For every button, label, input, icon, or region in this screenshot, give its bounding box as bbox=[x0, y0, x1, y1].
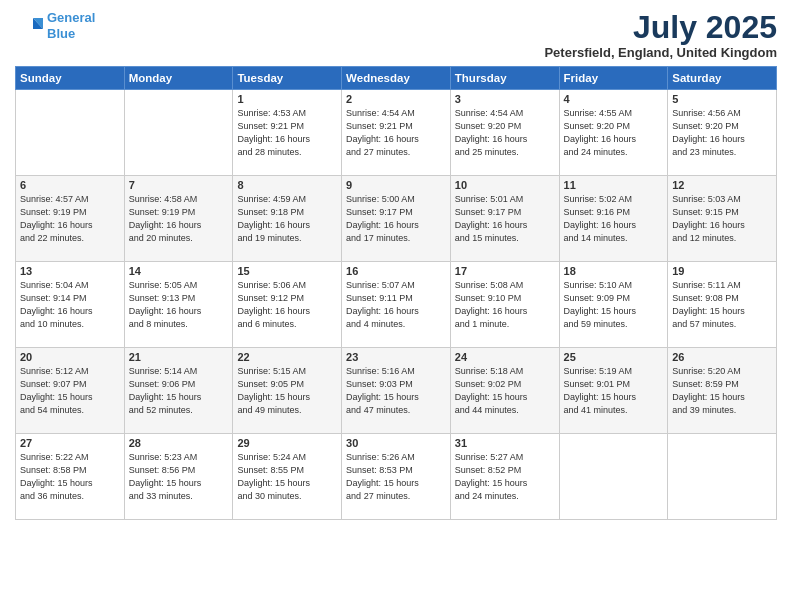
day-number: 13 bbox=[20, 265, 120, 277]
calendar-cell: 2Sunrise: 4:54 AM Sunset: 9:21 PM Daylig… bbox=[342, 90, 451, 176]
day-info: Sunrise: 5:06 AM Sunset: 9:12 PM Dayligh… bbox=[237, 279, 337, 331]
calendar-cell: 10Sunrise: 5:01 AM Sunset: 9:17 PM Dayli… bbox=[450, 176, 559, 262]
logo-line2: Blue bbox=[47, 26, 75, 41]
header-saturday: Saturday bbox=[668, 67, 777, 90]
calendar-cell: 5Sunrise: 4:56 AM Sunset: 9:20 PM Daylig… bbox=[668, 90, 777, 176]
calendar-week-3: 13Sunrise: 5:04 AM Sunset: 9:14 PM Dayli… bbox=[16, 262, 777, 348]
day-number: 6 bbox=[20, 179, 120, 191]
day-info: Sunrise: 5:23 AM Sunset: 8:56 PM Dayligh… bbox=[129, 451, 229, 503]
day-number: 31 bbox=[455, 437, 555, 449]
day-number: 1 bbox=[237, 93, 337, 105]
calendar-cell bbox=[16, 90, 125, 176]
day-info: Sunrise: 4:54 AM Sunset: 9:20 PM Dayligh… bbox=[455, 107, 555, 159]
calendar-cell: 25Sunrise: 5:19 AM Sunset: 9:01 PM Dayli… bbox=[559, 348, 668, 434]
day-info: Sunrise: 5:01 AM Sunset: 9:17 PM Dayligh… bbox=[455, 193, 555, 245]
calendar-cell: 30Sunrise: 5:26 AM Sunset: 8:53 PM Dayli… bbox=[342, 434, 451, 520]
day-info: Sunrise: 4:57 AM Sunset: 9:19 PM Dayligh… bbox=[20, 193, 120, 245]
day-info: Sunrise: 5:03 AM Sunset: 9:15 PM Dayligh… bbox=[672, 193, 772, 245]
calendar-cell: 8Sunrise: 4:59 AM Sunset: 9:18 PM Daylig… bbox=[233, 176, 342, 262]
day-number: 28 bbox=[129, 437, 229, 449]
calendar-cell: 29Sunrise: 5:24 AM Sunset: 8:55 PM Dayli… bbox=[233, 434, 342, 520]
day-info: Sunrise: 5:26 AM Sunset: 8:53 PM Dayligh… bbox=[346, 451, 446, 503]
calendar-cell: 7Sunrise: 4:58 AM Sunset: 9:19 PM Daylig… bbox=[124, 176, 233, 262]
day-info: Sunrise: 4:54 AM Sunset: 9:21 PM Dayligh… bbox=[346, 107, 446, 159]
day-info: Sunrise: 5:24 AM Sunset: 8:55 PM Dayligh… bbox=[237, 451, 337, 503]
calendar-header-row: Sunday Monday Tuesday Wednesday Thursday… bbox=[16, 67, 777, 90]
day-number: 21 bbox=[129, 351, 229, 363]
calendar-cell: 21Sunrise: 5:14 AM Sunset: 9:06 PM Dayli… bbox=[124, 348, 233, 434]
day-number: 25 bbox=[564, 351, 664, 363]
day-info: Sunrise: 5:11 AM Sunset: 9:08 PM Dayligh… bbox=[672, 279, 772, 331]
day-info: Sunrise: 5:05 AM Sunset: 9:13 PM Dayligh… bbox=[129, 279, 229, 331]
day-number: 5 bbox=[672, 93, 772, 105]
day-info: Sunrise: 5:22 AM Sunset: 8:58 PM Dayligh… bbox=[20, 451, 120, 503]
title-block: July 2025 Petersfield, England, United K… bbox=[544, 10, 777, 60]
day-number: 3 bbox=[455, 93, 555, 105]
calendar-week-1: 1Sunrise: 4:53 AM Sunset: 9:21 PM Daylig… bbox=[16, 90, 777, 176]
day-info: Sunrise: 4:53 AM Sunset: 9:21 PM Dayligh… bbox=[237, 107, 337, 159]
page: General Blue July 2025 Petersfield, Engl… bbox=[0, 0, 792, 612]
calendar-cell: 16Sunrise: 5:07 AM Sunset: 9:11 PM Dayli… bbox=[342, 262, 451, 348]
day-number: 23 bbox=[346, 351, 446, 363]
calendar-cell: 22Sunrise: 5:15 AM Sunset: 9:05 PM Dayli… bbox=[233, 348, 342, 434]
day-number: 29 bbox=[237, 437, 337, 449]
day-info: Sunrise: 5:07 AM Sunset: 9:11 PM Dayligh… bbox=[346, 279, 446, 331]
calendar: Sunday Monday Tuesday Wednesday Thursday… bbox=[15, 66, 777, 520]
day-info: Sunrise: 4:56 AM Sunset: 9:20 PM Dayligh… bbox=[672, 107, 772, 159]
month-title: July 2025 bbox=[544, 10, 777, 45]
calendar-week-5: 27Sunrise: 5:22 AM Sunset: 8:58 PM Dayli… bbox=[16, 434, 777, 520]
location: Petersfield, England, United Kingdom bbox=[544, 45, 777, 60]
calendar-cell: 17Sunrise: 5:08 AM Sunset: 9:10 PM Dayli… bbox=[450, 262, 559, 348]
day-info: Sunrise: 5:18 AM Sunset: 9:02 PM Dayligh… bbox=[455, 365, 555, 417]
day-number: 27 bbox=[20, 437, 120, 449]
day-number: 12 bbox=[672, 179, 772, 191]
header-wednesday: Wednesday bbox=[342, 67, 451, 90]
day-info: Sunrise: 4:59 AM Sunset: 9:18 PM Dayligh… bbox=[237, 193, 337, 245]
day-info: Sunrise: 5:16 AM Sunset: 9:03 PM Dayligh… bbox=[346, 365, 446, 417]
header-tuesday: Tuesday bbox=[233, 67, 342, 90]
calendar-cell: 1Sunrise: 4:53 AM Sunset: 9:21 PM Daylig… bbox=[233, 90, 342, 176]
day-number: 16 bbox=[346, 265, 446, 277]
day-number: 30 bbox=[346, 437, 446, 449]
day-number: 14 bbox=[129, 265, 229, 277]
day-info: Sunrise: 5:08 AM Sunset: 9:10 PM Dayligh… bbox=[455, 279, 555, 331]
calendar-week-4: 20Sunrise: 5:12 AM Sunset: 9:07 PM Dayli… bbox=[16, 348, 777, 434]
day-info: Sunrise: 5:02 AM Sunset: 9:16 PM Dayligh… bbox=[564, 193, 664, 245]
calendar-cell: 3Sunrise: 4:54 AM Sunset: 9:20 PM Daylig… bbox=[450, 90, 559, 176]
calendar-cell: 20Sunrise: 5:12 AM Sunset: 9:07 PM Dayli… bbox=[16, 348, 125, 434]
day-number: 26 bbox=[672, 351, 772, 363]
day-info: Sunrise: 4:55 AM Sunset: 9:20 PM Dayligh… bbox=[564, 107, 664, 159]
day-number: 9 bbox=[346, 179, 446, 191]
calendar-cell: 14Sunrise: 5:05 AM Sunset: 9:13 PM Dayli… bbox=[124, 262, 233, 348]
day-number: 24 bbox=[455, 351, 555, 363]
logo-icon bbox=[15, 15, 43, 37]
calendar-cell bbox=[559, 434, 668, 520]
day-number: 7 bbox=[129, 179, 229, 191]
day-info: Sunrise: 5:15 AM Sunset: 9:05 PM Dayligh… bbox=[237, 365, 337, 417]
day-info: Sunrise: 5:12 AM Sunset: 9:07 PM Dayligh… bbox=[20, 365, 120, 417]
calendar-week-2: 6Sunrise: 4:57 AM Sunset: 9:19 PM Daylig… bbox=[16, 176, 777, 262]
day-info: Sunrise: 5:04 AM Sunset: 9:14 PM Dayligh… bbox=[20, 279, 120, 331]
calendar-cell: 11Sunrise: 5:02 AM Sunset: 9:16 PM Dayli… bbox=[559, 176, 668, 262]
day-number: 22 bbox=[237, 351, 337, 363]
day-info: Sunrise: 5:10 AM Sunset: 9:09 PM Dayligh… bbox=[564, 279, 664, 331]
day-number: 10 bbox=[455, 179, 555, 191]
day-number: 4 bbox=[564, 93, 664, 105]
header-thursday: Thursday bbox=[450, 67, 559, 90]
day-number: 2 bbox=[346, 93, 446, 105]
day-info: Sunrise: 5:20 AM Sunset: 8:59 PM Dayligh… bbox=[672, 365, 772, 417]
day-info: Sunrise: 5:19 AM Sunset: 9:01 PM Dayligh… bbox=[564, 365, 664, 417]
calendar-cell bbox=[124, 90, 233, 176]
header-friday: Friday bbox=[559, 67, 668, 90]
day-number: 19 bbox=[672, 265, 772, 277]
day-info: Sunrise: 5:00 AM Sunset: 9:17 PM Dayligh… bbox=[346, 193, 446, 245]
calendar-cell: 28Sunrise: 5:23 AM Sunset: 8:56 PM Dayli… bbox=[124, 434, 233, 520]
day-number: 8 bbox=[237, 179, 337, 191]
header-sunday: Sunday bbox=[16, 67, 125, 90]
logo-line1: General bbox=[47, 10, 95, 25]
header: General Blue July 2025 Petersfield, Engl… bbox=[15, 10, 777, 60]
calendar-cell: 15Sunrise: 5:06 AM Sunset: 9:12 PM Dayli… bbox=[233, 262, 342, 348]
day-number: 11 bbox=[564, 179, 664, 191]
header-monday: Monday bbox=[124, 67, 233, 90]
day-info: Sunrise: 4:58 AM Sunset: 9:19 PM Dayligh… bbox=[129, 193, 229, 245]
